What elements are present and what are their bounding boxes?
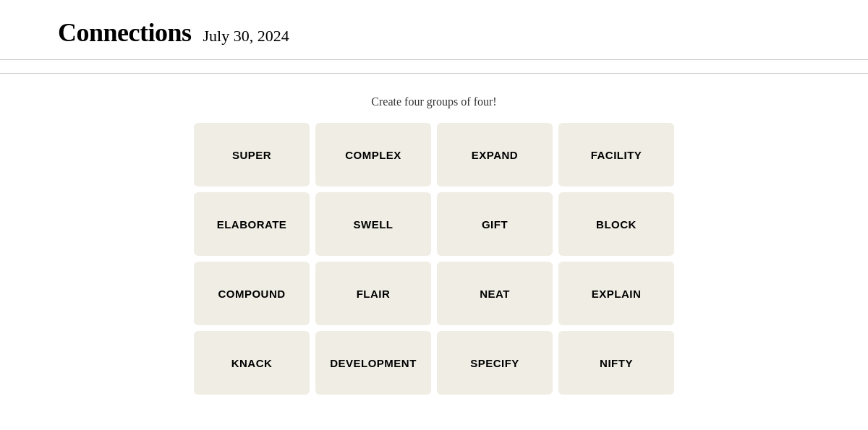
tile-elaborate[interactable]: ELABORATE — [194, 192, 310, 256]
tile-knack[interactable]: KNACK — [194, 331, 310, 395]
main-content: Create four groups of four! SUPERCOMPLEX… — [0, 74, 868, 395]
tile-label-gift: GIFT — [482, 218, 508, 231]
tile-super[interactable]: SUPER — [194, 123, 310, 186]
tile-label-specify: SPECIFY — [470, 357, 519, 369]
tile-label-neat: NEAT — [480, 288, 510, 300]
tile-label-block: BLOCK — [596, 218, 637, 231]
page-header: Connections July 30, 2024 — [0, 0, 868, 59]
page-date: July 30, 2024 — [203, 27, 289, 46]
tile-label-expand: EXPAND — [472, 149, 518, 161]
tile-label-flair: FLAIR — [357, 288, 391, 300]
tile-specify[interactable]: SPECIFY — [437, 331, 553, 395]
page-title: Connections — [58, 17, 192, 48]
tile-facility[interactable]: FACILITY — [558, 123, 674, 186]
tile-label-compound: COMPOUND — [218, 288, 285, 300]
tile-complex[interactable]: COMPLEX — [315, 123, 431, 186]
tile-label-development: DEVELOPMENT — [330, 357, 417, 369]
instructions-text: Create four groups of four! — [371, 95, 496, 108]
tile-label-complex: COMPLEX — [345, 149, 401, 161]
tile-neat[interactable]: NEAT — [437, 262, 553, 325]
tile-label-facility: FACILITY — [591, 149, 642, 161]
tile-label-explain: EXPLAIN — [592, 288, 642, 300]
tile-compound[interactable]: COMPOUND — [194, 262, 310, 325]
tile-explain[interactable]: EXPLAIN — [558, 262, 674, 325]
tile-expand[interactable]: EXPAND — [437, 123, 553, 186]
tile-nifty[interactable]: NIFTY — [558, 331, 674, 395]
tile-label-elaborate: ELABORATE — [217, 218, 287, 231]
tile-label-nifty: NIFTY — [600, 357, 633, 369]
tile-label-knack: KNACK — [231, 357, 273, 369]
tile-label-swell: SWELL — [354, 218, 393, 231]
tile-label-super: SUPER — [232, 149, 271, 161]
tile-development[interactable]: DEVELOPMENT — [315, 331, 431, 395]
header-divider — [0, 59, 868, 60]
tile-flair[interactable]: FLAIR — [315, 262, 431, 325]
tile-block[interactable]: BLOCK — [558, 192, 674, 256]
tile-swell[interactable]: SWELL — [315, 192, 431, 256]
tile-gift[interactable]: GIFT — [437, 192, 553, 256]
word-grid: SUPERCOMPLEXEXPANDFACILITYELABORATESWELL… — [194, 123, 674, 395]
